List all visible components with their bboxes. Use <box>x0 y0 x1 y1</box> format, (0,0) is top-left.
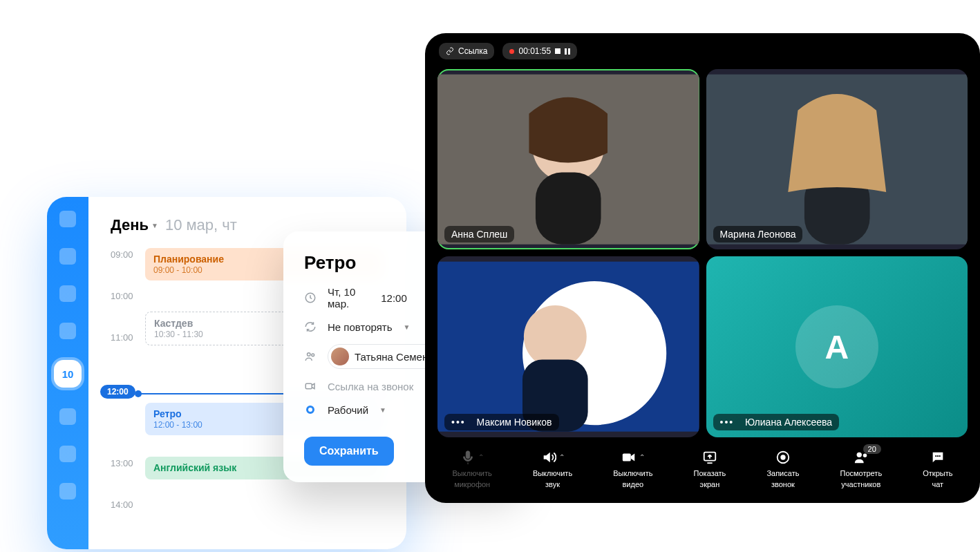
svg-point-21 <box>935 455 936 457</box>
label: Открыть <box>923 469 952 478</box>
participant-tile[interactable]: ✋ Марина Леонова <box>706 69 968 249</box>
video-link-icon <box>304 380 317 392</box>
hour-label: 13:00 <box>111 457 145 468</box>
copy-link-button[interactable]: Ссылка <box>439 43 494 59</box>
chevron-down-icon: ▼ <box>379 406 386 414</box>
sound-icon <box>541 450 556 465</box>
chat-icon <box>930 450 945 465</box>
avatar-letter: А <box>795 305 878 388</box>
svg-point-1 <box>308 353 311 356</box>
svg-rect-6 <box>536 173 601 245</box>
pause-icon[interactable] <box>565 48 570 55</box>
participant-name: ••• Юлиана Алексеева <box>713 414 840 430</box>
chevron-up-icon: ⌃ <box>478 453 484 461</box>
more-dots-icon: ••• <box>720 417 735 428</box>
call-timer: 00:01:55 <box>518 46 551 56</box>
hour-label <box>111 403 145 404</box>
participant-name: Анна Сплеш <box>444 226 514 242</box>
people-icon <box>304 350 317 363</box>
label: Выключить <box>453 469 492 478</box>
save-button[interactable]: Сохранить <box>304 437 394 466</box>
label: Выключить <box>533 469 572 478</box>
hour-label: 11:00 <box>111 331 145 343</box>
svg-rect-3 <box>305 383 312 389</box>
svg-point-22 <box>937 455 939 457</box>
record-dot-icon <box>509 49 514 54</box>
link-placeholder: Ссылка на звонок <box>328 381 413 392</box>
sidebar-dot[interactable] <box>59 408 76 425</box>
videocall-window: Ссылка 00:01:55 Анна Сплеш ✋ Марина Леон… <box>425 33 980 503</box>
label: экран <box>700 480 720 489</box>
mic-icon <box>460 450 475 465</box>
popup-start: 12:00 <box>381 292 407 304</box>
link-label: Ссылка <box>458 46 487 56</box>
video-feed <box>437 256 699 437</box>
avatar <box>331 348 349 365</box>
hour-label: 10:00 <box>111 289 145 301</box>
label: чат <box>932 480 943 489</box>
sidebar-dot[interactable] <box>59 248 76 265</box>
participant-count: 20 <box>863 444 881 455</box>
chevron-up-icon: ⌃ <box>559 453 565 461</box>
sidebar-day-chip[interactable]: 10 <box>54 360 82 388</box>
chevron-down-icon: ▼ <box>151 222 158 229</box>
sidebar-dot[interactable] <box>59 483 76 499</box>
sidebar-dot[interactable] <box>59 211 76 227</box>
hour-label: 09:00 <box>111 248 145 260</box>
participant-tile[interactable]: Анна Сплеш <box>437 69 699 249</box>
participant-name: Марина Леонова <box>713 226 803 242</box>
recording-indicator[interactable]: 00:01:55 <box>502 43 577 59</box>
calendar-date-label: 10 мар, чт <box>165 216 237 234</box>
label: Выключить <box>613 469 652 478</box>
call-toolbar: ⌃ Выключить микрофон ⌃ Выключить звук ⌃ … <box>425 437 980 503</box>
participant-tile[interactable]: ••• Максим Новиков <box>437 256 699 437</box>
video-feed <box>706 69 968 249</box>
calendar-view-selector[interactable]: День ▼ <box>111 216 158 234</box>
label: Показать <box>694 469 726 478</box>
chevron-up-icon: ⌃ <box>639 453 645 461</box>
sidebar-dot[interactable] <box>59 285 76 302</box>
calendar-view-label: День <box>111 216 149 234</box>
mute-mic-button[interactable]: ⌃ Выключить микрофон <box>453 448 492 489</box>
now-dot-icon <box>135 390 142 397</box>
calendar-sidebar: 10 <box>47 197 88 549</box>
stop-icon[interactable] <box>555 48 560 54</box>
mute-sound-button[interactable]: ⌃ Выключить звук <box>533 448 572 489</box>
svg-point-23 <box>939 455 940 457</box>
participant-name: ••• Максим Новиков <box>444 414 559 430</box>
participant-tile[interactable]: А ••• Юлиана Алексеева <box>706 256 968 437</box>
sidebar-dot[interactable] <box>59 446 76 462</box>
repeat-label: Не повторять <box>328 321 392 333</box>
mute-video-button[interactable]: ⌃ Выключить видео <box>613 448 652 489</box>
label: Посмотреть <box>840 469 883 478</box>
sidebar-dot[interactable] <box>59 323 76 339</box>
record-call-button[interactable]: Записать звонок <box>766 448 799 489</box>
repeat-icon <box>304 321 317 333</box>
svg-point-13 <box>524 305 587 368</box>
hour-label: 14:00 <box>111 498 145 510</box>
svg-rect-15 <box>623 453 631 461</box>
svg-point-18 <box>780 455 785 459</box>
screen-share-icon <box>702 450 717 465</box>
label: микрофон <box>454 480 490 489</box>
label: звонок <box>771 480 795 489</box>
popup-date: Чт, 10 мар. <box>328 286 356 310</box>
svg-point-20 <box>863 453 867 457</box>
label: звук <box>545 480 560 489</box>
participants-grid: Анна Сплеш ✋ Марина Леонова ••• Максим Н… <box>425 69 980 437</box>
svg-point-19 <box>856 452 861 457</box>
open-chat-button[interactable]: Открыть чат <box>923 448 952 489</box>
clock-icon <box>304 292 317 304</box>
calendar-label: Рабочий <box>328 404 368 416</box>
calendar-color-icon <box>304 403 317 416</box>
more-dots-icon: ••• <box>451 417 466 428</box>
video-icon <box>621 450 637 465</box>
share-screen-button[interactable]: Показать экран <box>694 448 726 489</box>
svg-point-2 <box>312 354 314 356</box>
show-participants-button[interactable]: 20 Посмотреть участников <box>840 448 883 489</box>
link-icon <box>446 47 454 55</box>
record-icon <box>775 450 791 465</box>
video-feed <box>437 69 699 249</box>
call-topbar: Ссылка 00:01:55 <box>425 33 980 69</box>
label: видео <box>623 480 644 489</box>
